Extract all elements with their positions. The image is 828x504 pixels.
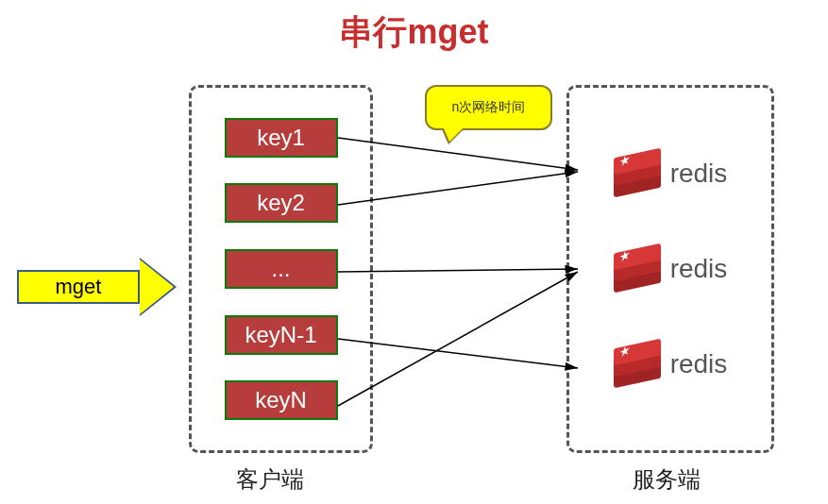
diagram-canvas: mget key1 key2 ... keyN-1 keyN n次网络时间 ★ … <box>0 57 828 462</box>
key-box: keyN-1 <box>225 315 338 355</box>
redis-icon: ★ <box>614 344 661 385</box>
client-box: key1 key2 ... keyN-1 keyN <box>189 85 373 453</box>
svg-line-0 <box>338 138 578 170</box>
svg-line-4 <box>338 272 578 406</box>
callout-text: n次网络时间 <box>452 99 526 116</box>
redis-node: ★ redis <box>614 344 728 385</box>
mget-arrow-label: mget <box>17 270 140 304</box>
key-box: keyN <box>225 380 338 420</box>
mget-arrow: mget <box>17 262 173 311</box>
redis-node: ★ redis <box>614 153 728 194</box>
redis-label: redis <box>670 254 728 284</box>
callout-box: n次网络时间 <box>425 85 552 130</box>
svg-line-1 <box>338 172 578 205</box>
svg-line-3 <box>338 339 578 368</box>
redis-label: redis <box>670 349 728 379</box>
svg-line-2 <box>338 269 578 272</box>
diagram-title: 串行mget <box>0 0 828 56</box>
redis-icon: ★ <box>614 248 661 290</box>
key-box: key2 <box>225 183 338 223</box>
client-label: 客户端 <box>236 464 304 495</box>
server-box: ★ redis ★ redis ★ redis <box>566 85 774 453</box>
redis-node: ★ redis <box>614 248 728 290</box>
key-box: key1 <box>225 118 338 158</box>
key-box: ... <box>225 249 338 289</box>
redis-label: redis <box>670 159 728 189</box>
server-label: 服务端 <box>633 464 701 495</box>
redis-icon: ★ <box>614 153 661 194</box>
